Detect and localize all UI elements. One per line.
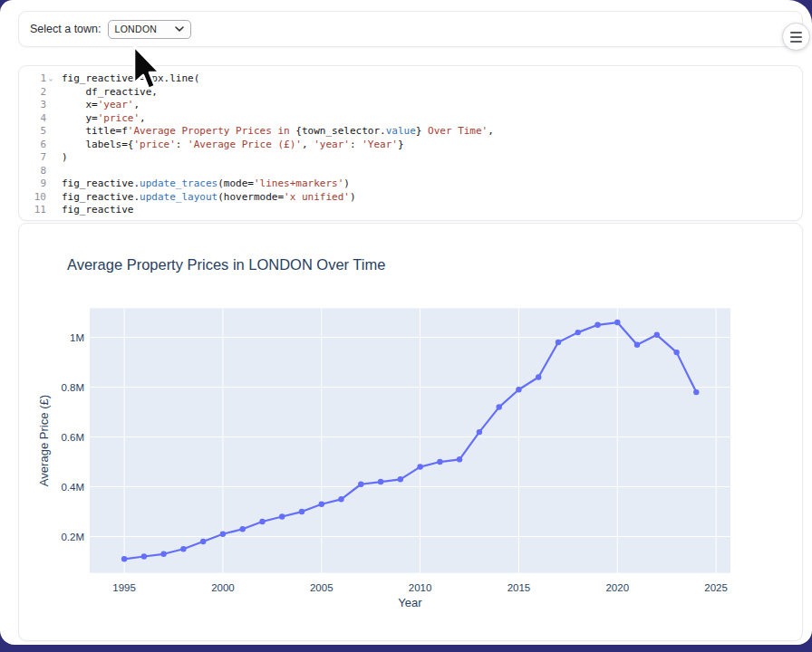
svg-text:1M: 1M: [70, 332, 84, 343]
svg-text:2010: 2010: [409, 582, 432, 593]
svg-text:0.6M: 0.6M: [61, 432, 84, 443]
hamburger-icon: [790, 41, 802, 43]
code-line[interactable]: 3 x='year',: [19, 99, 802, 112]
chevron-down-icon: [175, 26, 184, 32]
fold-chevron-icon[interactable]: ⌄: [46, 72, 55, 86]
town-select-dropdown[interactable]: LONDON: [108, 20, 191, 39]
code-line[interactable]: 4 y='price',: [19, 112, 802, 126]
town-selector-label: Select a town:: [30, 23, 102, 35]
svg-text:2015: 2015: [508, 582, 531, 593]
code-line[interactable]: 8: [19, 165, 802, 178]
svg-text:0.8M: 0.8M: [61, 382, 84, 393]
code-line[interactable]: 5 title=f'Average Property Prices in {to…: [19, 125, 802, 139]
line-number: 1: [19, 72, 46, 86]
line-number: 7: [19, 151, 46, 165]
property-price-chart[interactable]: 19952000200520102015202020250.2M0.4M0.6M…: [19, 224, 802, 640]
code-line[interactable]: 2 df_reactive,: [19, 86, 802, 100]
svg-text:Average Property Prices in LON: Average Property Prices in LONDON Over T…: [67, 256, 385, 273]
svg-text:Year: Year: [398, 596, 422, 609]
code-line[interactable]: 11fig_reactive: [19, 204, 802, 217]
svg-text:Average Price (£): Average Price (£): [37, 395, 51, 486]
line-number: 9: [19, 177, 46, 191]
svg-text:0.4M: 0.4M: [61, 482, 84, 493]
code-line[interactable]: 6 labels={'price': 'Average Price (£)', …: [19, 139, 802, 152]
chart-output-cell: 19952000200520102015202020250.2M0.4M0.6M…: [18, 223, 803, 641]
code-line[interactable]: 10fig_reactive.update_layout(hovermode='…: [19, 191, 802, 205]
town-select-value: LONDON: [115, 24, 158, 34]
line-number: 3: [19, 99, 46, 112]
menu-button[interactable]: [782, 23, 810, 51]
line-number: 10: [19, 191, 46, 205]
line-number: 11: [19, 204, 46, 217]
line-number: 5: [19, 125, 46, 139]
code-editor[interactable]: 1⌄fig_reactive = px.line(2 df_reactive,3…: [19, 66, 802, 217]
svg-text:2025: 2025: [704, 582, 728, 593]
notebook-card: Select a town: LONDON 1⌄fig_reactive = p…: [0, 0, 812, 645]
code-editor-cell[interactable]: 1⌄fig_reactive = px.line(2 df_reactive,3…: [18, 65, 803, 221]
line-number: 4: [19, 112, 46, 126]
line-number: 6: [19, 139, 46, 152]
code-line[interactable]: 7): [19, 151, 802, 165]
svg-text:0.2M: 0.2M: [61, 532, 84, 542]
line-number: 8: [19, 165, 46, 178]
town-selector-cell: Select a town: LONDON: [18, 11, 803, 47]
svg-text:2005: 2005: [310, 582, 334, 593]
hamburger-icon: [790, 36, 802, 38]
code-line[interactable]: 1⌄fig_reactive = px.line(: [19, 72, 802, 86]
svg-text:1995: 1995: [112, 582, 136, 593]
svg-text:2020: 2020: [605, 582, 629, 593]
line-number: 2: [19, 86, 46, 100]
hamburger-icon: [790, 32, 802, 34]
code-line[interactable]: 9fig_reactive.update_traces(mode='lines+…: [19, 177, 802, 191]
svg-text:2000: 2000: [211, 582, 235, 593]
